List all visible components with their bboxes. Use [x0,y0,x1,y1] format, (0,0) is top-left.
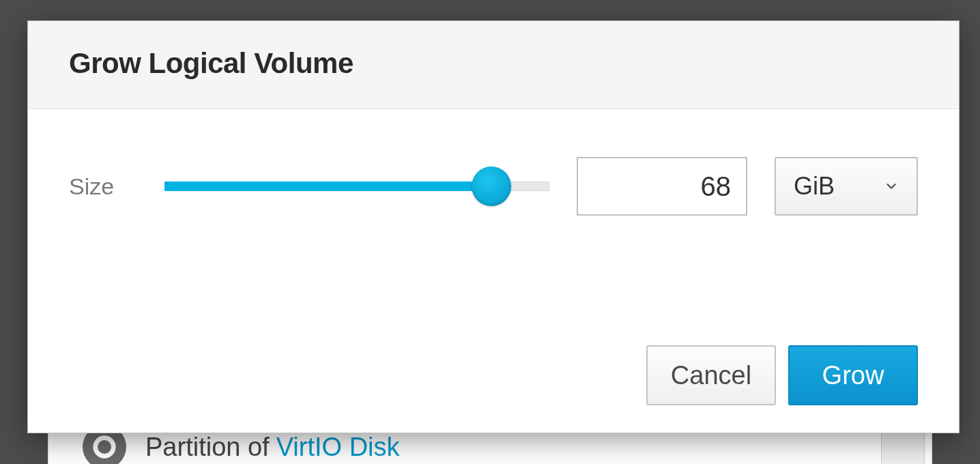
grow-button[interactable]: Grow [788,345,918,405]
size-label: Size [69,173,137,200]
unit-select[interactable]: GiB [775,157,918,216]
slider-fill [164,182,491,191]
slider-thumb[interactable] [472,166,511,206]
dialog-title: Grow Logical Volume [69,47,918,80]
size-input[interactable] [577,157,747,216]
size-slider[interactable] [164,166,549,207]
background-row-text: Partition of [145,433,270,462]
unit-select-value: GiB [794,172,835,201]
background-row-link: VirtIO Disk [276,433,400,462]
cancel-button[interactable]: Cancel [646,345,776,405]
chevron-down-icon [884,179,899,194]
grow-volume-dialog: Grow Logical Volume Size GiB Cancel Grow [27,20,960,433]
dialog-header: Grow Logical Volume [28,21,959,109]
dialog-footer: Cancel Grow [28,243,959,433]
size-row: Size GiB [69,157,918,216]
dialog-body: Size GiB [28,109,959,243]
